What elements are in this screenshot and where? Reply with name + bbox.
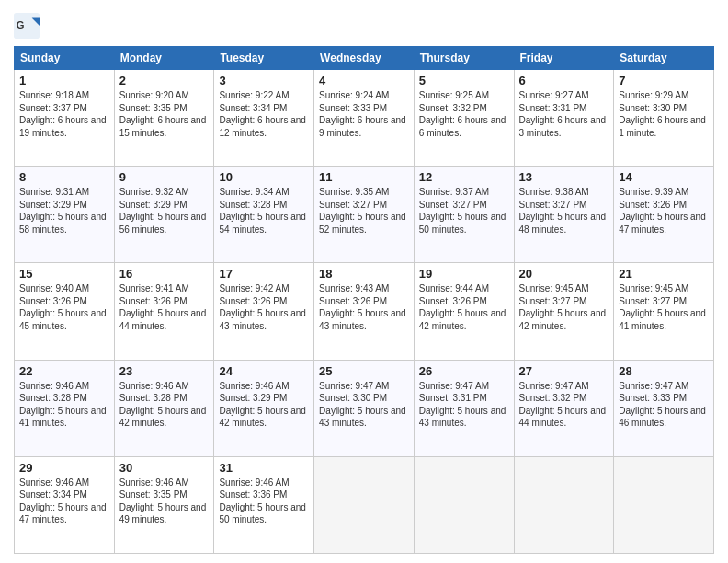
day-info: Sunrise: 9:25 AMSunset: 3:32 PMDaylight:… <box>419 90 506 138</box>
calendar-cell: 20 Sunrise: 9:45 AMSunset: 3:27 PMDaylig… <box>514 263 614 360</box>
col-header-wednesday: Wednesday <box>314 47 415 70</box>
day-info: Sunrise: 9:39 AMSunset: 3:26 PMDaylight:… <box>619 187 706 235</box>
calendar-cell: 18 Sunrise: 9:43 AMSunset: 3:26 PMDaylig… <box>314 263 415 360</box>
day-number: 23 <box>119 364 210 378</box>
calendar-cell: 3 Sunrise: 9:22 AMSunset: 3:34 PMDayligh… <box>214 70 314 167</box>
calendar-cell: 8 Sunrise: 9:31 AMSunset: 3:29 PMDayligh… <box>15 167 115 263</box>
day-info: Sunrise: 9:29 AMSunset: 3:30 PMDaylight:… <box>619 90 706 138</box>
day-number: 22 <box>19 364 109 378</box>
day-info: Sunrise: 9:31 AMSunset: 3:29 PMDaylight:… <box>19 187 107 235</box>
calendar-cell: 25 Sunrise: 9:47 AMSunset: 3:30 PMDaylig… <box>314 360 415 456</box>
day-info: Sunrise: 9:44 AMSunset: 3:26 PMDaylight:… <box>419 283 506 331</box>
calendar-cell: 28 Sunrise: 9:47 AMSunset: 3:33 PMDaylig… <box>614 360 714 456</box>
day-number: 28 <box>619 364 709 378</box>
day-info: Sunrise: 9:46 AMSunset: 3:29 PMDaylight:… <box>219 381 306 429</box>
day-info: Sunrise: 9:47 AMSunset: 3:33 PMDaylight:… <box>619 381 706 429</box>
day-number: 26 <box>419 364 509 378</box>
day-number: 18 <box>319 267 409 281</box>
day-info: Sunrise: 9:42 AMSunset: 3:26 PMDaylight:… <box>219 283 306 331</box>
calendar-cell: 14 Sunrise: 9:39 AMSunset: 3:26 PMDaylig… <box>614 167 714 263</box>
day-info: Sunrise: 9:41 AMSunset: 3:26 PMDaylight:… <box>119 283 207 331</box>
page: G SundayMondayTuesdayWednesdayThursdayFr… <box>0 0 728 563</box>
day-info: Sunrise: 9:46 AMSunset: 3:35 PMDaylight:… <box>119 477 207 525</box>
day-info: Sunrise: 9:47 AMSunset: 3:31 PMDaylight:… <box>419 381 506 429</box>
day-info: Sunrise: 9:45 AMSunset: 3:27 PMDaylight:… <box>519 283 607 331</box>
calendar-week-5: 29 Sunrise: 9:46 AMSunset: 3:34 PMDaylig… <box>15 456 714 553</box>
calendar-cell: 16 Sunrise: 9:41 AMSunset: 3:26 PMDaylig… <box>114 263 214 360</box>
calendar-cell: 2 Sunrise: 9:20 AMSunset: 3:35 PMDayligh… <box>114 70 214 167</box>
calendar-cell: 17 Sunrise: 9:42 AMSunset: 3:26 PMDaylig… <box>214 263 314 360</box>
day-number: 27 <box>519 364 609 378</box>
day-info: Sunrise: 9:47 AMSunset: 3:32 PMDaylight:… <box>519 381 607 429</box>
day-number: 15 <box>19 267 109 281</box>
calendar-cell: 22 Sunrise: 9:46 AMSunset: 3:28 PMDaylig… <box>15 360 115 456</box>
calendar-cell: 29 Sunrise: 9:46 AMSunset: 3:34 PMDaylig… <box>15 456 115 553</box>
col-header-tuesday: Tuesday <box>214 47 314 70</box>
calendar-cell: 1 Sunrise: 9:18 AMSunset: 3:37 PMDayligh… <box>15 70 115 167</box>
day-info: Sunrise: 9:37 AMSunset: 3:27 PMDaylight:… <box>419 187 506 235</box>
calendar-cell: 7 Sunrise: 9:29 AMSunset: 3:30 PMDayligh… <box>614 70 714 167</box>
day-number: 9 <box>119 170 210 184</box>
day-number: 7 <box>619 74 709 87</box>
calendar-cell: 23 Sunrise: 9:46 AMSunset: 3:28 PMDaylig… <box>114 360 214 456</box>
day-info: Sunrise: 9:46 AMSunset: 3:36 PMDaylight:… <box>219 477 306 525</box>
day-info: Sunrise: 9:46 AMSunset: 3:34 PMDaylight:… <box>19 477 107 525</box>
day-number: 30 <box>119 461 210 475</box>
calendar-cell <box>314 456 415 553</box>
calendar-header-row: SundayMondayTuesdayWednesdayThursdayFrid… <box>15 47 714 70</box>
day-number: 5 <box>419 74 509 87</box>
calendar-week-1: 1 Sunrise: 9:18 AMSunset: 3:37 PMDayligh… <box>15 70 714 167</box>
day-info: Sunrise: 9:22 AMSunset: 3:34 PMDaylight:… <box>219 90 306 138</box>
day-info: Sunrise: 9:43 AMSunset: 3:26 PMDaylight:… <box>319 283 406 331</box>
day-info: Sunrise: 9:20 AMSunset: 3:35 PMDaylight:… <box>119 90 207 138</box>
day-number: 13 <box>519 170 609 184</box>
day-number: 12 <box>419 170 509 184</box>
day-number: 25 <box>319 364 409 378</box>
calendar-week-3: 15 Sunrise: 9:40 AMSunset: 3:26 PMDaylig… <box>15 263 714 360</box>
day-number: 19 <box>419 267 509 281</box>
calendar-cell <box>614 456 714 553</box>
calendar-cell: 5 Sunrise: 9:25 AMSunset: 3:32 PMDayligh… <box>414 70 514 167</box>
day-info: Sunrise: 9:47 AMSunset: 3:30 PMDaylight:… <box>319 381 406 429</box>
calendar-cell: 31 Sunrise: 9:46 AMSunset: 3:36 PMDaylig… <box>214 456 314 553</box>
col-header-thursday: Thursday <box>414 47 514 70</box>
col-header-saturday: Saturday <box>614 47 714 70</box>
calendar-cell: 6 Sunrise: 9:27 AMSunset: 3:31 PMDayligh… <box>514 70 614 167</box>
day-info: Sunrise: 9:46 AMSunset: 3:28 PMDaylight:… <box>119 381 207 429</box>
day-number: 31 <box>219 461 309 475</box>
day-info: Sunrise: 9:24 AMSunset: 3:33 PMDaylight:… <box>319 90 406 138</box>
day-info: Sunrise: 9:32 AMSunset: 3:29 PMDaylight:… <box>119 187 207 235</box>
day-number: 4 <box>319 74 409 87</box>
calendar-cell: 27 Sunrise: 9:47 AMSunset: 3:32 PMDaylig… <box>514 360 614 456</box>
day-number: 2 <box>119 74 210 87</box>
calendar-cell: 15 Sunrise: 9:40 AMSunset: 3:26 PMDaylig… <box>15 263 115 360</box>
day-number: 6 <box>519 74 609 87</box>
day-number: 1 <box>19 74 109 87</box>
day-info: Sunrise: 9:45 AMSunset: 3:27 PMDaylight:… <box>619 283 706 331</box>
calendar-week-2: 8 Sunrise: 9:31 AMSunset: 3:29 PMDayligh… <box>15 167 714 263</box>
day-number: 20 <box>519 267 609 281</box>
col-header-monday: Monday <box>114 47 214 70</box>
day-info: Sunrise: 9:34 AMSunset: 3:28 PMDaylight:… <box>219 187 306 235</box>
calendar-week-4: 22 Sunrise: 9:46 AMSunset: 3:28 PMDaylig… <box>15 360 714 456</box>
day-number: 17 <box>219 267 309 281</box>
day-info: Sunrise: 9:35 AMSunset: 3:27 PMDaylight:… <box>319 187 406 235</box>
calendar-cell: 19 Sunrise: 9:44 AMSunset: 3:26 PMDaylig… <box>414 263 514 360</box>
calendar-cell: 10 Sunrise: 9:34 AMSunset: 3:28 PMDaylig… <box>214 167 314 263</box>
calendar-cell <box>514 456 614 553</box>
day-info: Sunrise: 9:40 AMSunset: 3:26 PMDaylight:… <box>19 283 107 331</box>
day-number: 11 <box>319 170 409 184</box>
day-number: 21 <box>619 267 709 281</box>
day-info: Sunrise: 9:38 AMSunset: 3:27 PMDaylight:… <box>519 187 607 235</box>
calendar-cell: 30 Sunrise: 9:46 AMSunset: 3:35 PMDaylig… <box>114 456 214 553</box>
svg-text:G: G <box>17 19 25 30</box>
calendar-cell: 11 Sunrise: 9:35 AMSunset: 3:27 PMDaylig… <box>314 167 415 263</box>
day-info: Sunrise: 9:18 AMSunset: 3:37 PMDaylight:… <box>19 90 107 138</box>
calendar-cell: 21 Sunrise: 9:45 AMSunset: 3:27 PMDaylig… <box>614 263 714 360</box>
day-number: 8 <box>19 170 109 184</box>
day-number: 16 <box>119 267 210 281</box>
calendar-cell: 9 Sunrise: 9:32 AMSunset: 3:29 PMDayligh… <box>114 167 214 263</box>
day-number: 10 <box>219 170 309 184</box>
col-header-sunday: Sunday <box>15 47 115 70</box>
header: G <box>14 9 714 39</box>
